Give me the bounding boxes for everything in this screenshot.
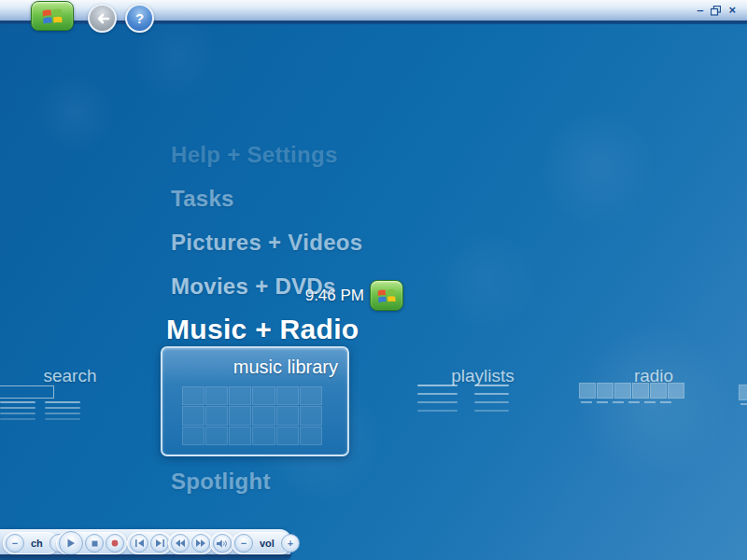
channel-label: ch — [26, 538, 48, 549]
volume-label: vol — [255, 538, 279, 549]
start-button[interactable] — [31, 1, 74, 31]
submenu-item-playlists[interactable]: playlists — [431, 366, 534, 386]
volume-down-button[interactable]: − — [234, 534, 253, 553]
next-button[interactable] — [150, 534, 169, 553]
previous-icon — [135, 539, 144, 547]
window-controls: – × — [697, 5, 736, 16]
search-thumbnail-box — [0, 385, 54, 399]
volume-up-button[interactable]: + — [281, 534, 300, 553]
media-center-screen: ? – × 9:46 PM Help + Settings Task — [0, 0, 747, 560]
fast-forward-button[interactable] — [191, 534, 210, 553]
skip-control — [127, 532, 172, 554]
restore-button[interactable] — [711, 6, 721, 16]
windows-logo-button[interactable] — [370, 280, 403, 311]
play-button[interactable] — [59, 531, 83, 555]
next-item-partial-label — [740, 403, 747, 405]
record-button[interactable] — [106, 534, 124, 553]
menu-item-pictures-videos[interactable]: Pictures + Videos — [171, 230, 362, 256]
help-icon: ? — [135, 10, 144, 26]
transport-toolbar: − ch + — [0, 529, 291, 560]
menu-item-music-radio-selected[interactable]: Music + Radio — [166, 314, 359, 345]
windows-flag-icon — [377, 288, 396, 303]
playback-control — [56, 532, 127, 554]
music-library-label: music library — [233, 357, 338, 378]
record-icon — [111, 539, 119, 547]
toolbar-bottom-edge — [0, 554, 291, 560]
rewind-icon — [176, 539, 185, 547]
stop-button[interactable] — [85, 534, 104, 553]
stop-icon — [92, 540, 98, 547]
radio-thumbnail-labels — [581, 401, 671, 403]
speaker-icon — [217, 539, 228, 548]
next-item-partial-tiles — [739, 385, 747, 400]
fast-forward-icon — [196, 539, 205, 547]
close-button[interactable]: × — [728, 5, 736, 16]
menu-item-spotlight[interactable]: Spotlight — [171, 469, 271, 495]
menu-item-help-settings[interactable]: Help + Settings — [171, 142, 338, 168]
play-icon — [66, 539, 76, 548]
channel-down-button[interactable]: − — [6, 534, 24, 553]
radio-thumbnail-tiles — [579, 383, 684, 399]
help-button[interactable]: ? — [125, 4, 154, 33]
channel-control: − ch + — [3, 532, 59, 554]
volume-control: − vol + — [232, 532, 291, 554]
submenu-item-search[interactable]: search — [19, 366, 121, 386]
back-button[interactable] — [88, 4, 117, 33]
rewind-button[interactable] — [171, 534, 190, 553]
windows-flag-icon — [42, 8, 63, 24]
next-icon — [156, 539, 164, 547]
album-grid-thumbnail — [182, 386, 322, 445]
menu-item-movies-dvds[interactable]: Movies + DVDs — [171, 273, 336, 300]
minimize-button[interactable]: – — [697, 5, 703, 16]
menu-item-tasks[interactable]: Tasks — [171, 186, 234, 212]
submenu-item-music-library[interactable]: music library — [161, 346, 349, 456]
previous-button[interactable] — [130, 534, 148, 553]
mute-button[interactable] — [213, 534, 232, 553]
back-arrow-icon — [95, 13, 110, 24]
seek-control — [168, 532, 213, 554]
